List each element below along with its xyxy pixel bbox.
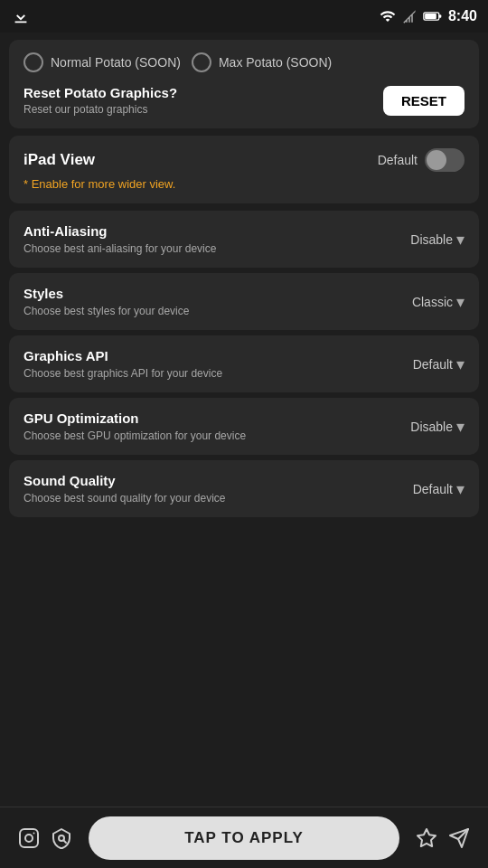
battery-icon [423, 8, 443, 24]
max-potato-label: Max Potato (SOON) [219, 55, 332, 70]
normal-potato-option[interactable]: Normal Potato (SOON) [23, 52, 181, 72]
settings-dropdown-anti-aliasing[interactable]: Disable ▾ [410, 230, 465, 250]
settings-title-sound-quality: Sound Quality [23, 473, 225, 488]
reset-row: Reset Potato Graphics? Reset our potato … [23, 85, 465, 116]
settings-text-sound-quality: Sound Quality Choose best sound quality … [23, 473, 225, 505]
settings-value-graphics-api: Default [413, 357, 453, 372]
search-shield-icon[interactable] [45, 822, 78, 854]
settings-row-graphics-api[interactable]: Graphics API Choose best graphics API fo… [9, 335, 479, 392]
chevron-down-icon-anti-aliasing: ▾ [456, 230, 465, 250]
ipad-note: * Enable for more wider view. [23, 177, 465, 191]
settings-dropdown-gpu-optimization[interactable]: Disable ▾ [410, 417, 465, 437]
ipad-title: iPad View [23, 151, 95, 169]
reset-desc: Reset our potato graphics [23, 103, 177, 116]
settings-desc-sound-quality: Choose best sound quality for your devic… [23, 492, 225, 505]
settings-row-sound-quality[interactable]: Sound Quality Choose best sound quality … [9, 460, 479, 517]
ipad-toggle-row: Default [378, 148, 465, 172]
settings-value-styles: Classic [412, 295, 453, 309]
settings-value-gpu-optimization: Disable [410, 420, 453, 434]
settings-title-anti-aliasing: Anti-Aliasing [23, 223, 216, 239]
status-time: 8:40 [448, 8, 477, 24]
ipad-toggle-label: Default [378, 153, 418, 167]
settings-row-gpu-optimization[interactable]: GPU Optimization Choose best GPU optimiz… [9, 398, 479, 455]
svg-point-5 [33, 832, 35, 834]
settings-value-anti-aliasing: Disable [410, 232, 453, 247]
settings-desc-graphics-api: Choose best graphics API for your device [23, 367, 222, 380]
content-area: Normal Potato (SOON) Max Potato (SOON) R… [0, 33, 488, 807]
settings-dropdown-graphics-api[interactable]: Default ▾ [413, 354, 465, 374]
max-potato-radio[interactable] [192, 52, 211, 72]
settings-row-anti-aliasing[interactable]: Anti-Aliasing Choose best ani-aliasing f… [9, 211, 479, 268]
max-potato-option[interactable]: Max Potato (SOON) [192, 52, 332, 72]
chevron-down-icon-styles: ▾ [456, 292, 465, 312]
status-bar-right: 8:40 [380, 8, 477, 24]
instagram-icon[interactable] [13, 822, 45, 854]
tap-to-apply-button[interactable]: TAP TO APPLY [89, 816, 399, 860]
settings-title-gpu-optimization: GPU Optimization [23, 410, 246, 426]
download-icon [11, 6, 31, 26]
potato-options: Normal Potato (SOON) Max Potato (SOON) [23, 52, 465, 72]
svg-point-4 [25, 835, 33, 842]
reset-title: Reset Potato Graphics? [23, 85, 177, 100]
svg-rect-1 [425, 14, 436, 19]
settings-desc-anti-aliasing: Choose best ani-aliasing for your device [23, 242, 216, 255]
star-icon[interactable] [410, 822, 443, 854]
potato-section: Normal Potato (SOON) Max Potato (SOON) R… [9, 40, 479, 128]
wifi-icon [380, 8, 396, 24]
ipad-header: iPad View Default [23, 148, 465, 172]
status-bar: 8:40 [0, 0, 488, 33]
settings-desc-gpu-optimization: Choose best GPU optimization for your de… [23, 429, 246, 442]
settings-text-styles: Styles Choose best styles for your devic… [23, 286, 189, 317]
settings-text-anti-aliasing: Anti-Aliasing Choose best ani-aliasing f… [23, 223, 216, 255]
normal-potato-label: Normal Potato (SOON) [51, 55, 181, 70]
send-icon[interactable] [443, 822, 475, 854]
reset-text: Reset Potato Graphics? Reset our potato … [23, 85, 177, 116]
svg-rect-2 [439, 14, 442, 17]
chevron-down-icon-gpu-optimization: ▾ [456, 417, 465, 437]
bottom-bar: TAP TO APPLY [0, 807, 488, 868]
ipad-section: iPad View Default * Enable for more wide… [9, 136, 479, 203]
settings-text-graphics-api: Graphics API Choose best graphics API fo… [23, 348, 222, 380]
normal-potato-radio[interactable] [23, 52, 43, 72]
settings-desc-styles: Choose best styles for your device [23, 305, 189, 317]
chevron-down-icon-sound-quality: ▾ [456, 479, 465, 499]
ipad-toggle-switch[interactable] [425, 148, 465, 172]
settings-container: Anti-Aliasing Choose best ani-aliasing f… [0, 211, 488, 517]
settings-row-styles[interactable]: Styles Choose best styles for your devic… [9, 273, 479, 330]
chevron-down-icon-graphics-api: ▾ [456, 354, 465, 374]
settings-dropdown-styles[interactable]: Classic ▾ [412, 292, 465, 312]
settings-text-gpu-optimization: GPU Optimization Choose best GPU optimiz… [23, 410, 246, 442]
signal-icon [401, 8, 418, 24]
reset-button[interactable]: RESET [383, 86, 465, 116]
svg-line-7 [64, 840, 67, 843]
settings-title-graphics-api: Graphics API [23, 348, 222, 363]
svg-marker-8 [418, 829, 436, 846]
tap-to-apply-text: TAP TO APPLY [184, 829, 304, 847]
settings-title-styles: Styles [23, 286, 189, 301]
settings-dropdown-sound-quality[interactable]: Default ▾ [413, 479, 465, 499]
status-bar-left [11, 6, 31, 26]
svg-rect-3 [20, 829, 38, 847]
settings-value-sound-quality: Default [413, 482, 453, 496]
